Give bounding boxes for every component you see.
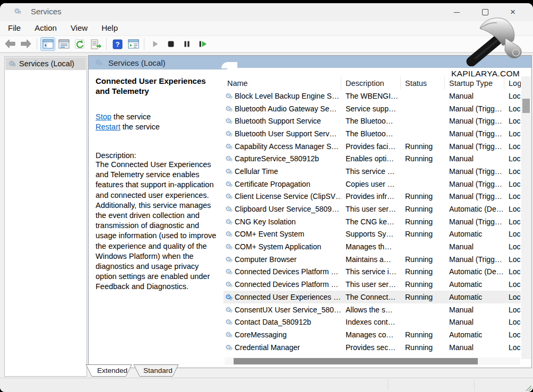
vertical-scrollbar-thumb[interactable]	[522, 99, 530, 113]
forward-arrow-icon	[20, 39, 32, 49]
menu-view[interactable]: View	[64, 21, 94, 36]
service-status: Running	[401, 217, 445, 226]
services-list-panel: KAPILARYA.COM Name ˆ Description Status …	[223, 68, 531, 368]
description-label: Description:	[96, 151, 217, 160]
table-row[interactable]: ⚙⚙Client License Service (ClipSV…Provide…	[223, 190, 521, 203]
restart-service-button[interactable]	[195, 37, 210, 51]
tab-extended[interactable]: Extended	[86, 365, 132, 377]
tab-standard[interactable]: Standard	[134, 365, 178, 377]
service-gear-icon: ⚙⚙	[225, 217, 233, 226]
service-log-on-as: Loc	[504, 180, 521, 188]
service-description-cell: Copies user …	[341, 180, 401, 188]
service-gear-icon: ⚙⚙	[225, 343, 233, 352]
service-name: Cellular Time	[235, 167, 278, 176]
table-row[interactable]: ⚙⚙Bluetooth Support ServiceThe Bluetoo…M…	[223, 115, 521, 127]
help-button[interactable]: ?	[110, 37, 125, 51]
refresh-button[interactable]	[72, 37, 87, 51]
service-startup-type: Manual (Trigg…	[445, 129, 504, 138]
service-name: ConsentUX User Service_580…	[235, 306, 341, 314]
restart-service-link[interactable]: Restart	[96, 123, 121, 131]
back-arrow-icon	[4, 39, 16, 49]
resize-grip[interactable]	[525, 385, 532, 391]
properties-button[interactable]	[56, 37, 71, 51]
table-row[interactable]: ⚙⚙COM+ System ApplicationManages th…Manu…	[223, 240, 521, 253]
service-status: Running	[401, 293, 445, 301]
table-row[interactable]: ⚙⚙CNG Key IsolationThe CNG ke…RunningMan…	[223, 215, 521, 228]
service-gear-icon: ⚙⚙	[225, 330, 233, 339]
show-action-pane-button[interactable]	[126, 37, 141, 51]
toolbar-separator	[144, 38, 144, 50]
table-row[interactable]: ⚙⚙Connected Devices Platform …This servi…	[223, 266, 521, 278]
table-row[interactable]: ⚙⚙Connected Devices Platform …This user …	[223, 278, 521, 291]
table-row[interactable]: ⚙⚙CoreMessagingManages co…RunningAutomat…	[223, 328, 521, 341]
service-startup-type: Manual	[445, 92, 504, 100]
table-row[interactable]: ⚙⚙Capability Access Manager S…Provides f…	[223, 140, 521, 153]
service-name: Connected User Experiences …	[235, 293, 341, 301]
service-log-on-as: Loc	[504, 205, 521, 213]
table-row[interactable]: ⚙⚙Bluetooth Audio Gateway Se…Service sup…	[223, 102, 521, 115]
table-row[interactable]: ⚙⚙Clipboard User Service_5809…This user …	[223, 203, 521, 215]
service-log-on-as: Loc	[504, 242, 521, 251]
service-detail-panel: Connected User Experiences and Telemetry…	[89, 69, 223, 368]
tree-item-services-local[interactable]: ⚙ ⚙ Services (Local)	[5, 57, 86, 70]
column-header-status[interactable]: Status	[401, 76, 445, 90]
table-row[interactable]: ⚙⚙Cellular TimeThis service …Manual (Tri…	[223, 165, 521, 178]
table-row[interactable]: ⚙⚙Contact Data_580912bIndexes cont…Manua…	[223, 316, 521, 328]
service-log-on-as: Loc	[504, 318, 521, 326]
column-header-description[interactable]: Description	[341, 76, 401, 90]
table-row[interactable]: ⚙⚙COM+ Event SystemSupports Sy…RunningAu…	[223, 228, 521, 241]
service-gear-icon: ⚙⚙	[225, 280, 233, 289]
service-startup-type: Manual (Trigg…	[445, 104, 504, 113]
service-name: Bluetooth Support Service	[235, 117, 321, 125]
menu-action[interactable]: Action	[28, 21, 64, 36]
horizontal-scrollbar[interactable]	[225, 358, 520, 365]
service-log-on-as: Loc	[504, 343, 521, 352]
console-tree-icon	[42, 39, 54, 49]
column-header-startup-type[interactable]: Startup Type	[445, 76, 504, 90]
table-row[interactable]: ⚙⚙ConsentUX User Service_580…Allows the …	[223, 303, 521, 316]
forward-button[interactable]	[19, 37, 33, 51]
service-log-on-as: Loc	[504, 104, 521, 113]
back-button[interactable]	[3, 37, 18, 51]
service-name: Contact Data_580912b	[235, 318, 311, 326]
service-startup-type: Manual	[445, 154, 504, 163]
service-startup-type: Automatic	[445, 280, 504, 289]
menu-help[interactable]: Help	[94, 21, 125, 36]
service-startup-type: Automatic	[445, 230, 504, 238]
column-header-log-on-as[interactable]: Log	[504, 76, 521, 90]
start-service-button[interactable]	[148, 37, 162, 51]
service-description-cell: Maintains a…	[341, 255, 401, 264]
horizontal-scrollbar-thumb[interactable]	[234, 358, 478, 364]
selected-service-title: Connected User Experiences and Telemetry	[96, 76, 217, 96]
service-status: Running	[401, 142, 445, 151]
table-row[interactable]: ⚙⚙Computer BrowserMaintains a…RunningMan…	[223, 253, 521, 266]
pause-service-button[interactable]	[179, 37, 194, 51]
service-log-on-as: Loc	[504, 192, 521, 201]
service-gear-icon: ⚙⚙	[225, 293, 233, 301]
service-name: Connected Devices Platform …	[235, 280, 338, 289]
service-log-on-as: Loc	[504, 306, 521, 314]
menu-file[interactable]: File	[1, 21, 28, 36]
show-console-tree-button[interactable]	[40, 37, 55, 51]
hammer-image	[452, 11, 532, 66]
table-row[interactable]: ⚙⚙Connected User Experiences …The Connec…	[223, 291, 521, 303]
column-header-name[interactable]: Name ˆ	[223, 76, 341, 90]
status-divider	[388, 380, 388, 390]
table-row[interactable]: ⚙⚙CaptureService_580912bEnables opti…Run…	[223, 152, 521, 165]
stop-icon	[166, 39, 176, 49]
toolbar-separator	[106, 38, 107, 50]
service-description-cell: This service …	[341, 167, 401, 176]
vertical-scrollbar[interactable]	[521, 76, 531, 359]
table-row[interactable]: ⚙⚙Bluetooth User Support Serv…The Blueto…	[223, 127, 521, 140]
export-list-button[interactable]	[88, 37, 103, 51]
stop-service-button[interactable]	[164, 37, 178, 51]
view-tabs: Extended Standard	[81, 364, 219, 378]
table-row[interactable]: ⚙⚙Credential ManagerProvides sec…Running…	[223, 341, 521, 354]
service-description-cell: This user ser…	[341, 280, 401, 289]
service-description-cell: This service i…	[341, 267, 401, 276]
service-gear-icon: ⚙⚙	[225, 318, 233, 326]
service-log-on-as: Loc	[504, 167, 521, 176]
table-row[interactable]: ⚙⚙Certificate PropagationCopies user …Ma…	[223, 178, 521, 190]
table-row[interactable]: ⚙⚙Block Level Backup Engine S…The WBENGI…	[223, 90, 521, 102]
stop-service-link[interactable]: Stop	[96, 112, 111, 121]
